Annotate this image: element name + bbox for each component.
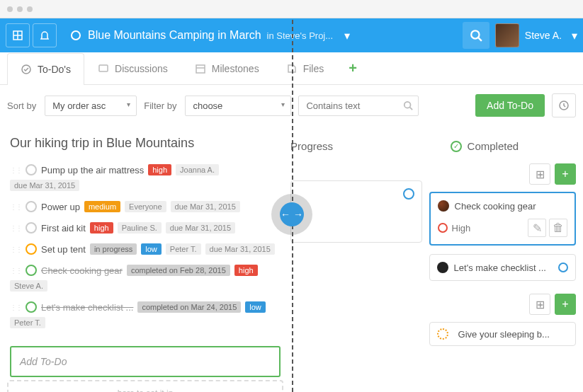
drag-orb[interactable]: ← → <box>271 194 312 235</box>
tab-files[interactable]: Files <box>273 52 338 84</box>
search-icon <box>403 100 413 110</box>
completed-column: ✓ Completed ⊞ + Check cooking gear High … <box>429 126 576 392</box>
add-card-button[interactable]: + <box>555 163 576 185</box>
resize-icon: ← → <box>280 202 304 226</box>
assignee: Everyone <box>125 201 166 212</box>
chevron-down-icon[interactable]: ▾ <box>572 29 577 42</box>
drag-handle-icon[interactable]: ⋮⋮ <box>10 304 21 311</box>
task-row[interactable]: ⋮⋮ First aid kit high Pauline S. due Mar… <box>7 217 283 238</box>
task-row[interactable]: ⋮⋮ Check cooking gear completed on Feb 2… <box>7 260 283 296</box>
priority-badge: high <box>148 164 171 175</box>
status-ring-icon <box>403 188 414 200</box>
add-todo-input[interactable]: Add To-Do <box>10 346 281 377</box>
history-button[interactable] <box>552 93 576 117</box>
check-circle-icon[interactable] <box>26 164 37 175</box>
drag-handle-icon[interactable]: ⋮⋮ <box>10 224 21 232</box>
tab-label: Discussions <box>115 63 168 74</box>
assignee: Peter T. <box>10 317 45 328</box>
assignee: Joanna A. <box>176 164 219 175</box>
due-date: due Mar 31, 2015 <box>205 243 275 255</box>
tab-label: Milestones <box>212 63 259 74</box>
card[interactable]: Check cooking gear High ✎ 🗑 <box>429 192 576 246</box>
task-list: ⋮⋮ Pump up the air mattress high Joanna … <box>7 159 283 333</box>
check-circle-icon[interactable] <box>26 201 37 212</box>
filter-select[interactable]: choose <box>185 96 291 116</box>
template-button[interactable]: ⊞ <box>529 294 550 315</box>
template-button[interactable]: ⊞ <box>529 163 550 185</box>
bell-button[interactable] <box>33 23 57 47</box>
completed-badge: completed on Mar 24, 2015 <box>137 301 241 313</box>
task-name: Check cooking gear <box>41 265 123 276</box>
card-title: Check cooking gear <box>455 201 536 212</box>
chevron-down-icon[interactable]: ▾ <box>344 29 350 42</box>
add-todo-button[interactable]: Add To-Do <box>475 94 545 117</box>
user-name: Steve A. <box>525 30 562 41</box>
dot <box>7 6 13 12</box>
topbar: Blue Mountains Camping in March in Steve… <box>0 18 583 52</box>
avatar-icon <box>437 262 448 273</box>
project-breadcrumb: in Steve's Proj... <box>267 30 334 41</box>
svg-point-3 <box>471 30 479 38</box>
column-label: Completed <box>468 140 519 152</box>
task-row[interactable]: ⋮⋮ Pump up the air mattress high Joanna … <box>7 159 283 196</box>
check-circle-icon[interactable] <box>26 265 37 276</box>
tab-discussions[interactable]: Discussions <box>84 52 181 84</box>
due-date: due Mar 31, 2015 <box>166 222 235 234</box>
contains-input[interactable] <box>298 96 419 116</box>
add-tab-button[interactable]: + <box>337 52 368 84</box>
task-name: Pump up the air mattress <box>41 165 144 175</box>
delete-button[interactable]: 🗑 <box>549 219 567 237</box>
card[interactable]: Let's make checklist ... <box>429 254 576 281</box>
add-card-button[interactable]: + <box>555 294 576 315</box>
status-badge: in progress <box>90 243 137 255</box>
drop-hint: here to set it in <box>7 380 283 392</box>
check-circle-icon[interactable] <box>26 222 37 234</box>
check-icon: ✓ <box>451 141 462 152</box>
drag-handle-icon[interactable]: ⋮⋮ <box>10 166 21 174</box>
grid-button[interactable] <box>6 23 30 47</box>
card-title: Let's make checklist ... <box>454 263 546 273</box>
sort-select[interactable]: My order asc <box>45 96 137 116</box>
due-date: due Mar 31, 2015 <box>171 201 240 212</box>
project-name: Blue Mountains Camping in March <box>88 29 261 42</box>
priority-label: High <box>452 223 471 234</box>
tab-label: To-Do's <box>38 64 71 75</box>
todo-column: Our hiking trip in Blue Mountains ⋮⋮ Pum… <box>7 126 283 392</box>
spinner-icon <box>437 328 448 340</box>
task-row[interactable]: ⋮⋮ Let's make checklist ... completed on… <box>7 296 283 333</box>
due-date: due Mar 31, 2015 <box>10 180 79 191</box>
avatar[interactable] <box>495 23 519 47</box>
task-name: Power up <box>41 202 80 212</box>
tab-milestones[interactable]: Milestones <box>181 52 273 84</box>
drag-handle-icon[interactable]: ⋮⋮ <box>10 267 21 275</box>
window-chrome <box>0 0 583 18</box>
completed-badge: completed on Feb 28, 2015 <box>127 265 230 276</box>
status-ring-icon <box>558 263 568 272</box>
svg-line-10 <box>410 107 413 110</box>
task-row[interactable]: ⋮⋮ Power up medium Everyone due Mar 31, … <box>7 196 283 217</box>
svg-rect-7 <box>196 65 205 73</box>
project-status-icon <box>71 30 81 40</box>
progress-column: Progress <box>290 126 422 392</box>
check-circle-icon[interactable] <box>26 301 37 313</box>
priority-badge: high <box>234 265 258 276</box>
filter-label: Filter by <box>144 100 176 111</box>
priority-badge: low <box>245 301 266 313</box>
priority-badge: medium <box>84 201 120 212</box>
task-row[interactable]: ⋮⋮ Set up tent in progress low Peter T. … <box>7 238 283 260</box>
search-button[interactable] <box>463 22 489 49</box>
avatar-icon <box>438 200 449 212</box>
assignee: Steve A. <box>10 280 47 292</box>
check-circle-icon[interactable] <box>26 243 37 255</box>
column-header: ✓ Completed <box>451 140 576 152</box>
priority-badge: high <box>90 222 113 234</box>
edit-button[interactable]: ✎ <box>528 219 546 237</box>
drag-handle-icon[interactable]: ⋮⋮ <box>10 203 21 211</box>
project-title[interactable]: Blue Mountains Camping in March in Steve… <box>71 29 350 42</box>
task-name: Let's make checklist ... <box>41 302 133 313</box>
card[interactable]: Give your sleeping b... <box>429 322 576 346</box>
tab-todos[interactable]: To-Do's <box>7 53 84 85</box>
assignee: Peter T. <box>166 243 201 255</box>
drag-handle-icon[interactable]: ⋮⋮ <box>10 246 21 253</box>
list-title: Our hiking trip in Blue Mountains <box>10 136 283 151</box>
